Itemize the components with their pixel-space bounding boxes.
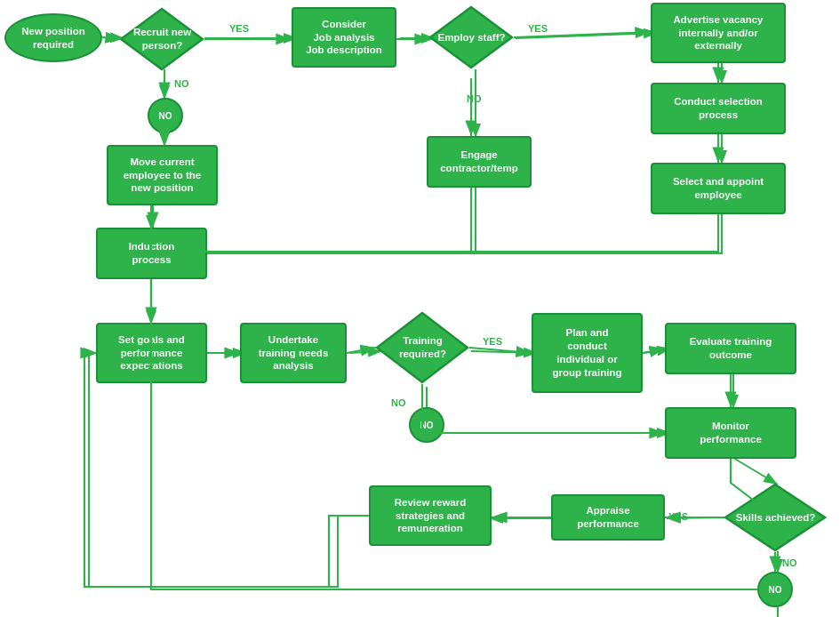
node-select-appoint: Select and appointemployee — [651, 163, 786, 214]
label-yes-training: YES — [483, 336, 502, 347]
label-no-recruit: NO — [174, 78, 189, 89]
svg-line-39 — [469, 348, 532, 353]
label-no-employ: NO — [467, 93, 482, 104]
node-appraise: Appraiseperformance — [551, 494, 665, 541]
svg-line-40 — [643, 349, 665, 353]
label-no-skills: NO — [782, 557, 797, 568]
node-consider-job: ConsiderJob analysisJob description — [292, 7, 396, 68]
node-no-circle-training: NO — [409, 407, 444, 443]
label-yes-employ: YES — [528, 23, 548, 34]
node-set-goals: Set goals andperformanceexpectations — [96, 323, 207, 383]
node-plan-conduct: Plan andconductindividual orgroup traini… — [532, 313, 643, 393]
node-employ-staff: Employ staff? — [429, 5, 514, 69]
node-skills-achieved: Skills achieved? — [724, 483, 827, 552]
node-engage-contractor: Engagecontractor/temp — [427, 136, 532, 188]
node-recruit-new: Recruit newperson? — [120, 7, 204, 71]
node-evaluate-training: Evaluate trainingoutcome — [665, 323, 796, 374]
node-move-employee: Move currentemployee to thenew position — [107, 145, 218, 205]
node-no-circle-recruit: NO — [148, 98, 183, 133]
label-yes-recruit: YES — [229, 23, 249, 34]
label-yes-skills: YES — [668, 511, 688, 522]
label-no-training: NO — [391, 397, 406, 408]
node-advertise: Advertise vacancyinternally and/orextern… — [651, 3, 786, 63]
svg-line-14 — [471, 351, 538, 353]
flowchart: New positionrequired Recruit newperson? … — [0, 0, 840, 617]
node-review-reward: Review rewardstrategies andremuneration — [369, 485, 492, 546]
node-monitor-performance: Monitorperformance — [665, 407, 796, 459]
node-induction: Inductionprocess — [96, 228, 207, 279]
node-conduct-selection: Conduct selectionprocess — [651, 83, 786, 134]
node-training-required: Trainingrequired? — [376, 311, 469, 384]
node-training-needs: Undertaketraining needsanalysis — [240, 323, 347, 383]
svg-line-17 — [733, 458, 778, 485]
svg-line-38 — [347, 348, 376, 353]
svg-line-26 — [102, 37, 121, 39]
node-new-position: New positionrequired — [4, 13, 102, 62]
node-no-circle-skills: NO — [757, 572, 793, 607]
